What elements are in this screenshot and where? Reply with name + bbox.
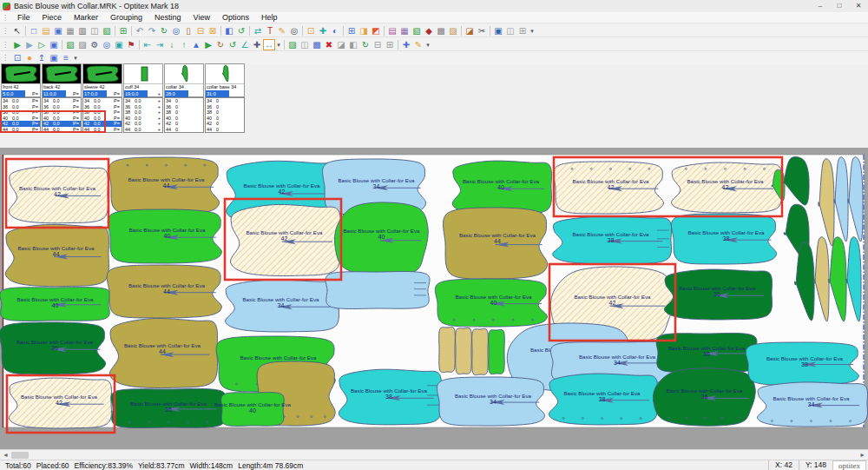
- lock-piece-icon[interactable]: ◪: [335, 39, 347, 50]
- nest-auto-icon[interactable]: ▶: [23, 39, 36, 50]
- print-settings-icon[interactable]: ▦: [64, 25, 76, 36]
- move-piece-down-icon[interactable]: ↓: [166, 39, 178, 50]
- micro-move-icon[interactable]: ✚: [251, 39, 263, 50]
- refresh-all-icon[interactable]: ↻: [359, 39, 372, 50]
- clear-marker-icon[interactable]: ↺: [235, 25, 247, 36]
- more-options-icon[interactable]: ▾: [529, 25, 536, 36]
- find-piece-icon[interactable]: ◎: [170, 25, 182, 36]
- tile-print-icon[interactable]: ⊞: [516, 25, 529, 36]
- menu-item-nesting[interactable]: Nesting: [148, 12, 187, 23]
- workspace-monitor-icon[interactable]: ⊡: [11, 52, 23, 63]
- scrollbar-thumb[interactable]: [11, 452, 29, 459]
- add-tool-icon[interactable]: ✚: [400, 39, 412, 50]
- piece-cell-front-42[interactable]: front 425:0,0P=: [1, 63, 41, 97]
- pan-view-icon[interactable]: ✚: [317, 25, 329, 36]
- delete-piece-icon[interactable]: ✖: [323, 39, 335, 50]
- rotate-angle-icon[interactable]: ∠: [239, 39, 251, 50]
- notes-icon[interactable]: ●: [23, 52, 36, 63]
- unplace-pieces-icon[interactable]: ▨: [76, 39, 89, 50]
- overlap-check-icon[interactable]: ▩: [311, 39, 323, 50]
- piece-report-icon[interactable]: ◨: [358, 25, 370, 36]
- matching-tool-icon[interactable]: ◆: [423, 25, 435, 36]
- maximize-button[interactable]: □: [830, 0, 849, 12]
- group-pieces-icon[interactable]: ◫: [299, 39, 311, 50]
- flip-vertical-icon[interactable]: ▲: [190, 39, 202, 50]
- excel-report-icon[interactable]: ⊞: [117, 25, 129, 36]
- rotate-180-icon[interactable]: ↺: [227, 39, 239, 50]
- menu-item-view[interactable]: View: [187, 12, 216, 23]
- move-options-icon[interactable]: ▾: [275, 39, 282, 50]
- unlock-piece-icon[interactable]: ◧: [347, 39, 359, 50]
- flip-horizontal-icon[interactable]: ▶: [202, 39, 214, 50]
- menu-item-piece[interactable]: Piece: [36, 12, 69, 23]
- pattern-piece[interactable]: [472, 328, 489, 374]
- piece-cell-back-42[interactable]: back 4211:0,0P=: [42, 63, 82, 97]
- fold-fabric-icon[interactable]: ⊟: [372, 39, 384, 50]
- load-pieces-icon[interactable]: ⊟: [194, 25, 207, 36]
- refresh-marker-icon[interactable]: ↻: [158, 25, 170, 36]
- close-button[interactable]: ✕: [849, 0, 868, 12]
- nest-movie-icon[interactable]: ▣: [48, 39, 60, 50]
- text-tool-icon[interactable]: T: [264, 25, 276, 36]
- marker-image-icon[interactable]: ▣: [48, 52, 60, 63]
- nest-step-icon[interactable]: ▷: [36, 39, 48, 50]
- menu-item-file[interactable]: File: [11, 12, 36, 23]
- move-piece-left-icon[interactable]: ⇤: [141, 39, 154, 50]
- edit-group-icon[interactable]: ▨: [286, 39, 299, 50]
- piece-thumbnail[interactable]: [124, 64, 162, 83]
- open-model-icon[interactable]: ▯: [182, 25, 194, 36]
- edit-marker-icon[interactable]: ✎: [412, 39, 424, 50]
- new-marker-icon[interactable]: □: [28, 25, 40, 36]
- size-cell-44-col5[interactable]: 440: [165, 127, 203, 133]
- piece-cell-collar-34[interactable]: collar 3428:0: [164, 63, 204, 97]
- unfold-fabric-icon[interactable]: ⊞: [384, 39, 396, 50]
- piece-list-icon[interactable]: ≡: [60, 52, 72, 63]
- select-tool-icon[interactable]: ↖: [11, 25, 23, 36]
- piece-cell-collar-base-34[interactable]: collar base 3431:0: [205, 63, 245, 97]
- zoom-tool-icon[interactable]: ◎: [288, 25, 300, 36]
- piece-cell-cuff-34[interactable]: cuff 3419:0,0+: [123, 63, 163, 97]
- order-pieces-icon[interactable]: ▧: [64, 39, 76, 50]
- move-piece-up-icon[interactable]: ↑: [178, 39, 190, 50]
- size-cell-44-col4[interactable]: 440,0+: [124, 127, 162, 133]
- piece-thumbnail[interactable]: [165, 64, 203, 83]
- pattern-piece[interactable]: [489, 329, 505, 374]
- grade-table-icon[interactable]: ▧: [411, 25, 423, 36]
- plaid-tool-icon[interactable]: ▩: [435, 25, 447, 36]
- move-piece-right-icon[interactable]: ⇥: [154, 39, 166, 50]
- snapshot-icon[interactable]: ▣: [113, 39, 125, 50]
- scroll-left-icon[interactable]: ◂: [0, 450, 11, 460]
- minimize-button[interactable]: –: [811, 0, 830, 12]
- menu-item-help[interactable]: Help: [255, 12, 284, 23]
- export-marker-icon[interactable]: ▧: [101, 25, 113, 36]
- scroll-right-icon[interactable]: ▸: [857, 450, 868, 460]
- align-tool-icon[interactable]: ⇄: [252, 25, 264, 36]
- zoom-window-icon[interactable]: ⊡: [305, 25, 317, 36]
- undo-icon[interactable]: ↶: [134, 25, 146, 36]
- gap-tool-icon[interactable]: ↔: [263, 39, 275, 50]
- fabric-layers-icon[interactable]: ▤: [386, 25, 398, 36]
- horizontal-scrollbar[interactable]: ◂ ▸: [0, 449, 868, 460]
- piece-info-icon[interactable]: ◧: [223, 25, 235, 36]
- marker-report-icon[interactable]: ⊞: [345, 25, 358, 36]
- nest-options-icon[interactable]: ▾: [424, 39, 431, 50]
- send-to-cutter-icon[interactable]: ✂: [476, 25, 488, 36]
- nest-settings-icon[interactable]: ⚙: [89, 39, 101, 50]
- width-table-icon[interactable]: ▦: [398, 25, 411, 36]
- open-cut-file-icon[interactable]: ◪: [464, 25, 476, 36]
- nest-start-icon[interactable]: ▶: [11, 39, 23, 50]
- print-preview-icon[interactable]: ◫: [89, 25, 101, 36]
- plot-preview-icon[interactable]: ◫: [504, 25, 516, 36]
- menu-item-grouping[interactable]: Grouping: [104, 12, 148, 23]
- marker-canvas[interactable]: Basic Blouse with Collar-for Eva42Basic …: [0, 148, 868, 449]
- save-marker-icon[interactable]: ▣: [52, 25, 64, 36]
- piece-cell-sleeve-42[interactable]: sleeve 4217:0,0P=: [82, 63, 122, 97]
- nest-report-icon[interactable]: ◩: [370, 25, 382, 36]
- search-nest-icon[interactable]: ◎: [101, 39, 113, 50]
- print-icon[interactable]: ▥: [76, 25, 89, 36]
- open-marker-icon[interactable]: ▤: [40, 25, 52, 36]
- save-pieces-icon[interactable]: ⊠: [207, 25, 219, 36]
- menu-item-marker[interactable]: Marker: [68, 12, 104, 23]
- upload-icon[interactable]: ↥: [36, 52, 48, 63]
- size-cell-44-col6[interactable]: 440: [206, 127, 244, 133]
